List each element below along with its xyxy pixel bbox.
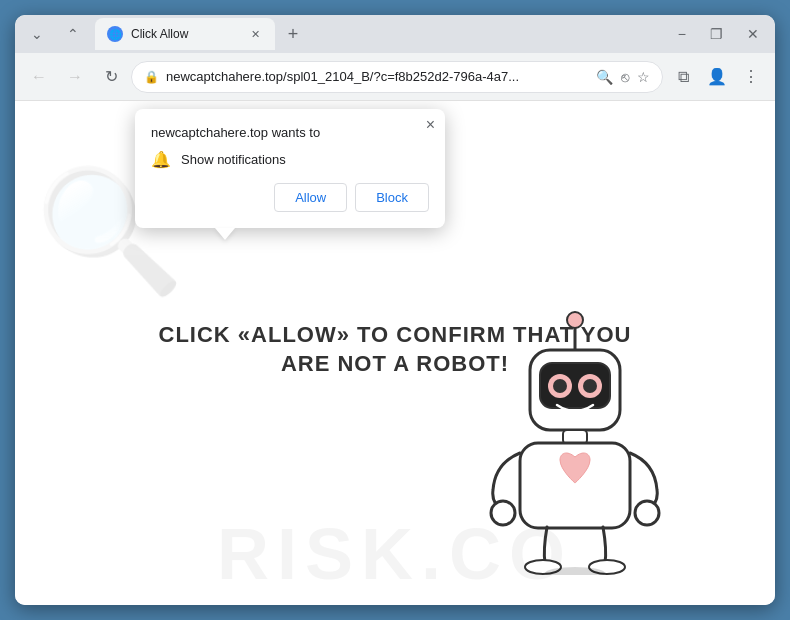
nav-bar: ← → ↻ 🔒 newcaptchahere.top/spl01_2104_B/…	[15, 53, 775, 101]
svg-point-6	[553, 379, 567, 393]
search-icon[interactable]: 🔍	[596, 69, 613, 85]
menu-button[interactable]: ⋮	[735, 61, 767, 93]
back-button[interactable]: ←	[23, 61, 55, 93]
active-tab[interactable]: 🌐 Click Allow ✕	[95, 18, 275, 50]
allow-button[interactable]: Allow	[274, 183, 347, 212]
viewport: 🔍 CLICK «ALLOW» TO CONFIRM THAT YOU ARE …	[15, 101, 775, 605]
tab-area: 🌐 Click Allow ✕ +	[95, 18, 666, 50]
chevron-down-icon[interactable]: ⌄	[23, 22, 51, 46]
tab-close-button[interactable]: ✕	[247, 26, 263, 42]
permission-label: Show notifications	[181, 152, 286, 167]
captcha-line2: ARE NOT A ROBOT!	[159, 350, 632, 379]
tab-favicon: 🌐	[107, 26, 123, 42]
bookmark-icon[interactable]: ☆	[637, 69, 650, 85]
nav-right-icons: ⧉ 👤 ⋮	[667, 61, 767, 93]
minimize-button[interactable]: −	[670, 22, 694, 46]
window-controls: − ❐ ✕	[670, 22, 767, 46]
close-button[interactable]: ✕	[739, 22, 767, 46]
address-icons: 🔍 ⎋ ☆	[596, 69, 650, 85]
url-text: newcaptchahere.top/spl01_2104_B/?c=f8b25…	[166, 69, 588, 84]
bell-icon: 🔔	[151, 150, 171, 169]
window-chevrons: ⌄ ⌃	[23, 22, 87, 46]
popup-title: newcaptchahere.top wants to	[151, 125, 429, 140]
new-tab-button[interactable]: +	[279, 20, 307, 48]
maximize-button[interactable]: ❐	[702, 22, 731, 46]
popup-close-button[interactable]: ×	[426, 117, 435, 133]
browser-window: ⌄ ⌃ 🌐 Click Allow ✕ + − ❐ ✕ ← → ↻ 🔒 newc…	[15, 15, 775, 605]
share-icon[interactable]: ⎋	[621, 69, 629, 85]
captcha-text: CLICK «ALLOW» TO CONFIRM THAT YOU ARE NO…	[159, 321, 632, 378]
forward-button[interactable]: →	[59, 61, 91, 93]
extensions-icon[interactable]: ⧉	[667, 61, 699, 93]
svg-point-7	[583, 379, 597, 393]
lock-icon: 🔒	[144, 70, 158, 84]
profile-icon[interactable]: 👤	[701, 61, 733, 93]
svg-point-10	[491, 501, 515, 525]
popup-actions: Allow Block	[151, 183, 429, 212]
captcha-line1: CLICK «ALLOW» TO CONFIRM THAT YOU	[159, 321, 632, 350]
chevron-up-icon[interactable]: ⌃	[59, 22, 87, 46]
block-button[interactable]: Block	[355, 183, 429, 212]
title-bar: ⌄ ⌃ 🌐 Click Allow ✕ + − ❐ ✕	[15, 15, 775, 53]
svg-point-11	[635, 501, 659, 525]
svg-rect-9	[520, 443, 630, 528]
reload-button[interactable]: ↻	[95, 61, 127, 93]
tab-title: Click Allow	[131, 27, 239, 41]
popup-permission-row: 🔔 Show notifications	[151, 150, 429, 169]
notification-popup: × newcaptchahere.top wants to 🔔 Show not…	[135, 109, 445, 228]
address-bar[interactable]: 🔒 newcaptchahere.top/spl01_2104_B/?c=f8b…	[131, 61, 663, 93]
